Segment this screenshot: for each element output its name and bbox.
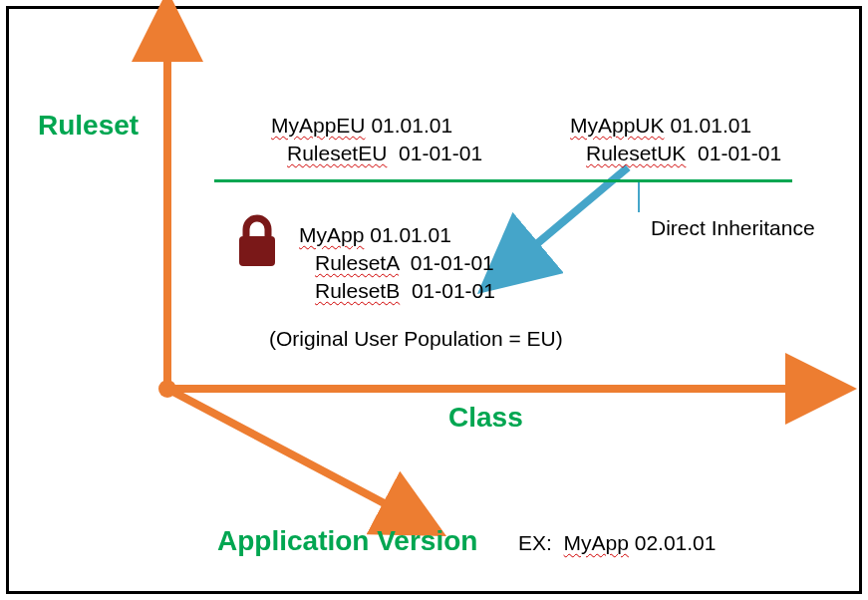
eu-app-row: MyAppEU 01.01.01: [271, 112, 452, 140]
eu-app-name: MyAppEU: [271, 114, 366, 137]
axis-z-label: Application Version: [217, 525, 477, 557]
uk-ruleset-ver: 01-01-01: [698, 142, 781, 164]
eu-app-ver: 01.01.01: [371, 114, 452, 137]
uk-ruleset-row: RulesetUK 01-01-01: [586, 140, 781, 167]
uk-ruleset-name: RulesetUK: [586, 142, 686, 164]
base-ruleset-a-row: RulesetA 01-01-01: [315, 249, 494, 277]
example-prefix: EX:: [518, 531, 552, 554]
eu-ruleset-name: RulesetEU: [287, 142, 387, 164]
population-note: (Original User Population = EU): [269, 325, 563, 353]
inheritance-label: Direct Inheritance: [651, 214, 815, 242]
inheritance-connector: [638, 182, 640, 212]
example-app: MyApp: [564, 531, 629, 554]
uk-app-name: MyAppUK: [570, 114, 665, 137]
example-row: EX: MyApp 02.01.01: [518, 529, 716, 557]
base-ruleset-b-ver: 01-01-01: [412, 279, 495, 302]
lock-icon: [234, 214, 280, 274]
uk-app-row: MyAppUK 01.01.01: [570, 112, 751, 140]
axis-x-label: Class: [448, 402, 523, 434]
base-app-name: MyApp: [299, 223, 364, 246]
eu-ruleset-ver: 01-01-01: [399, 142, 482, 164]
svg-rect-0: [239, 236, 275, 266]
base-ruleset-a-ver: 01-01-01: [411, 251, 494, 274]
example-ver: 02.01.01: [635, 531, 717, 554]
base-app-ver: 01.01.01: [370, 223, 451, 246]
base-ruleset-b-row: RulesetB 01-01-01: [315, 277, 495, 305]
base-ruleset-a-name: RulesetA: [315, 251, 399, 274]
eu-ruleset-row: RulesetEU 01-01-01: [287, 140, 482, 167]
axis-y-label: Ruleset: [38, 110, 139, 142]
base-ruleset-b-name: RulesetB: [315, 279, 400, 302]
divider-line: [214, 179, 792, 182]
base-app-row: MyApp 01.01.01: [299, 221, 451, 249]
uk-app-ver: 01.01.01: [670, 114, 751, 137]
